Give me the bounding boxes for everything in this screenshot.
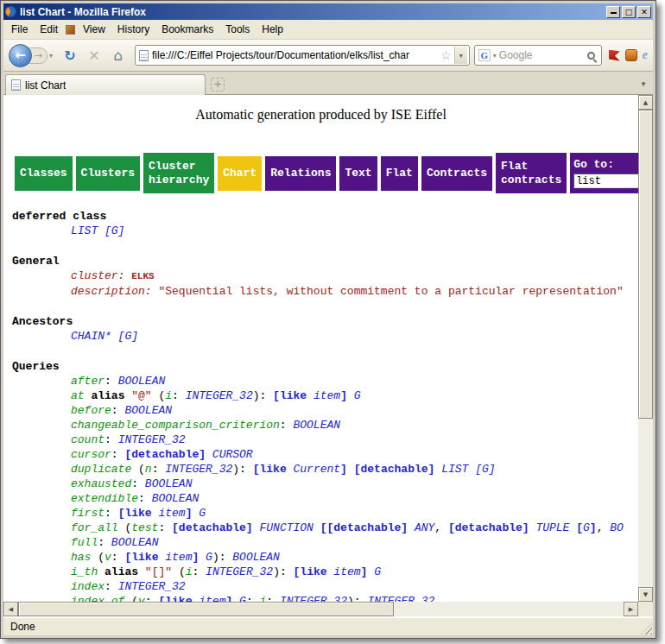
code-token: description: xyxy=(71,285,158,298)
search-input[interactable]: Google xyxy=(499,49,587,61)
code-token: [detachable] xyxy=(354,463,435,476)
code-token: ELKS xyxy=(131,271,154,281)
code-token: "Sequential lists, without commitment to… xyxy=(158,285,623,298)
code-token: cluster: xyxy=(71,269,131,282)
menu-help[interactable]: Help xyxy=(256,22,289,37)
menu-extension-icon[interactable] xyxy=(66,25,75,35)
url-bar[interactable]: file:///C:/Eiffel Projects/tour/Document… xyxy=(135,45,470,66)
code-token: : xyxy=(131,477,145,490)
code-token: BOOLEAN xyxy=(145,477,193,490)
code-token: for_all xyxy=(71,521,118,534)
code-token: G xyxy=(374,565,381,578)
extension-icon-ie[interactable]: e xyxy=(643,48,648,62)
code-token xyxy=(138,565,145,578)
code-token: BOOLEAN xyxy=(152,492,200,505)
code-token: "@" xyxy=(131,389,151,402)
maximize-button[interactable]: □ xyxy=(622,6,636,18)
url-history-dropdown-button[interactable]: ▾ xyxy=(454,47,467,64)
window-controls: □ ✕ xyxy=(606,6,651,18)
code-token: [like xyxy=(124,551,165,564)
menu-view[interactable]: View xyxy=(77,22,111,37)
code-token: BO xyxy=(610,521,624,534)
new-tab-button[interactable]: + xyxy=(211,78,225,92)
code-line: full: BOOLEAN xyxy=(12,535,638,550)
window-titlebar[interactable]: list Chart - Mozilla Firefox □ ✕ xyxy=(3,3,653,20)
horizontal-scrollbar[interactable]: ◀ ▶ xyxy=(3,602,638,616)
minimize-icon xyxy=(611,12,617,14)
code-token: ] xyxy=(340,389,347,402)
stop-button[interactable]: ✕ xyxy=(85,46,104,65)
code-token xyxy=(199,551,206,564)
nav-button-cluster-hierarchy[interactable]: Cluster hierarchy xyxy=(143,153,214,193)
back-button[interactable]: ← xyxy=(9,44,32,67)
scroll-left-arrow[interactable]: ◀ xyxy=(3,602,18,616)
vertical-scrollbar[interactable]: ▲ ▼ xyxy=(638,95,653,602)
code-token: ] xyxy=(340,463,347,476)
code-token: [ xyxy=(576,521,583,534)
nav-button-text[interactable]: Text xyxy=(339,156,377,191)
google-engine-icon[interactable]: G xyxy=(478,49,491,61)
code-token: [detachable] xyxy=(448,521,529,534)
nav-button-flat[interactable]: Flat xyxy=(381,156,418,191)
history-dropdown-icon[interactable]: ▾ xyxy=(49,52,53,60)
chart-section: deferred classLIST [G] xyxy=(12,209,638,238)
code-token: [like xyxy=(158,595,199,602)
minimize-button[interactable] xyxy=(606,6,620,18)
scroll-up-arrow[interactable]: ▲ xyxy=(638,95,653,110)
menu-tools[interactable]: Tools xyxy=(219,22,256,37)
firefox-icon xyxy=(5,6,16,17)
code-token: ): xyxy=(232,463,252,476)
status-text: Done xyxy=(10,621,35,633)
code-token: : xyxy=(172,389,186,402)
code-token: : xyxy=(98,536,111,549)
nav-button-contracts[interactable]: Contracts xyxy=(421,156,492,191)
nav-button-relations[interactable]: Relations xyxy=(265,156,336,191)
goto-input[interactable] xyxy=(573,174,638,188)
chart-section: AncestorsCHAIN* [G] xyxy=(12,314,638,344)
extension-icon-orange[interactable] xyxy=(625,49,637,61)
code-token: count xyxy=(71,433,104,446)
menu-edit[interactable]: Edit xyxy=(34,22,64,37)
section-heading: General xyxy=(12,254,638,268)
code-token: ( xyxy=(118,521,132,534)
reload-button[interactable]: ↻ xyxy=(60,46,79,65)
code-token: has xyxy=(71,551,91,564)
nav-button-classes[interactable]: Classes xyxy=(15,156,73,191)
code-token: G xyxy=(239,595,246,602)
code-token: BOOLEAN xyxy=(293,419,340,432)
code-token: BOOLEAN xyxy=(124,404,172,417)
menu-file[interactable]: File xyxy=(5,22,34,37)
tab-list-dropdown-button[interactable]: ▾ xyxy=(636,76,651,92)
nav-button-clusters[interactable]: Clusters xyxy=(76,156,140,191)
menu-history[interactable]: History xyxy=(111,22,155,37)
close-button[interactable]: ✕ xyxy=(637,6,651,18)
search-magnifier-icon[interactable] xyxy=(587,52,595,60)
horizontal-scroll-thumb[interactable] xyxy=(18,602,394,616)
chart-nav: Classes Clusters Cluster hierarchy Chart… xyxy=(15,153,638,193)
code-token: n xyxy=(145,463,152,476)
nav-button-flat-contracts[interactable]: Flat contracts xyxy=(496,153,567,193)
nav-button-chart[interactable]: Chart xyxy=(218,156,262,191)
code-token: alias xyxy=(91,389,124,402)
code-token: , xyxy=(434,521,448,534)
section-heading: Ancestors xyxy=(12,314,638,329)
search-bar[interactable]: G ▾ Google xyxy=(474,45,602,66)
search-engine-dropdown-icon[interactable]: ▾ xyxy=(491,52,499,60)
home-button[interactable]: ⌂ xyxy=(109,46,128,65)
scroll-right-arrow[interactable]: ▶ xyxy=(624,602,638,616)
resize-grip[interactable] xyxy=(641,623,652,635)
tab-list-chart[interactable]: list Chart xyxy=(5,74,206,95)
extension-icon-red[interactable] xyxy=(609,50,620,61)
vertical-scroll-thumb[interactable] xyxy=(638,110,653,419)
tab-title: list Chart xyxy=(25,79,66,92)
bookmark-star-icon[interactable]: ☆ xyxy=(438,48,454,62)
scroll-down-arrow[interactable]: ▼ xyxy=(638,587,653,602)
url-input[interactable]: file:///C:/Eiffel Projects/tour/Document… xyxy=(149,49,438,61)
code-token: : xyxy=(111,551,125,564)
scrollbar-corner xyxy=(638,602,653,616)
code-token: [like xyxy=(273,389,314,402)
code-token: INTEGER_32 xyxy=(186,389,253,402)
code-token xyxy=(314,521,320,534)
code-token: [like xyxy=(253,463,294,476)
menu-bookmarks[interactable]: Bookmarks xyxy=(155,22,219,37)
